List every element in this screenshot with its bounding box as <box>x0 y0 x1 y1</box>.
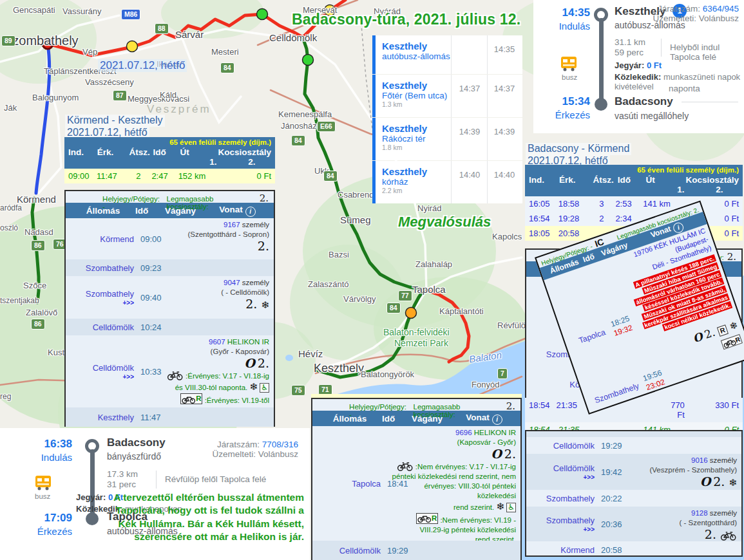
col-ido: Idő <box>382 414 412 424</box>
station-name: Celldömölk <box>553 441 595 451</box>
train-number-link[interactable]: 9128 <box>691 509 708 517</box>
col-erk: Érk. <box>559 175 589 185</box>
class-note-value: 2. <box>727 251 736 263</box>
operator-label: Üzemelteti: <box>653 14 696 23</box>
map-label-tapolca: Tapolca <box>412 284 446 295</box>
kk-summary-table: 65 éven felüli személy (díjm.) Ind. Érk.… <box>64 137 275 183</box>
train-route: (Győr - Kaposvár) <box>167 347 269 357</box>
train-number-link[interactable]: 9696 <box>455 429 472 436</box>
bike-validity-note: :Érvényes: V.17 - VI.18-ig <box>186 372 269 380</box>
departure-label: Indulás <box>539 21 590 32</box>
divider <box>682 102 738 102</box>
direction-note: Helyből indul Tapolca felé <box>670 42 744 62</box>
info-icon[interactable]: i <box>672 221 685 234</box>
col-ido: Idő <box>153 147 180 157</box>
info-icon[interactable]: i <box>245 207 256 217</box>
bus-icon <box>33 474 53 491</box>
runs-label: Közlekedik: <box>615 72 661 82</box>
air-conditioning-icon: ❄ <box>496 501 504 512</box>
cell-ut <box>634 400 671 420</box>
map-label-reg: reg <box>0 392 11 401</box>
road-badge-m86: M86 <box>121 9 140 20</box>
cell-ido: 2:47 <box>151 171 178 181</box>
bc-detail-header: Állomás Idő Vágány Vonati <box>312 411 520 426</box>
bk-summary-row-0[interactable]: 16:05 18:58 3 2:53 141 km 0 Ft <box>525 196 743 211</box>
map-label-vassurany: Vassurány <box>62 6 101 16</box>
stop-row-1[interactable]: Keszthely Főtér (Bem utca) 1.3 km 14:37 … <box>372 75 522 117</box>
stop-row-2[interactable]: Keszthely Rákóczi tér 1.8 km 14:39 14:39 <box>372 118 522 160</box>
train-class: 2. <box>258 239 269 253</box>
col-vonat: Vonati <box>453 413 515 425</box>
air-conditioning-icon: ❄ <box>249 381 258 393</box>
br-row-szombathely-dep: Szombathely +>> 20:36 9128 személy ( - S… <box>526 507 741 541</box>
map-label-vasszecseny: Vasszécseny <box>85 77 134 87</box>
line-number-link[interactable]: 7708/316 <box>262 440 298 449</box>
stop-row-0[interactable]: Keszthely autóbusz-állomás 14:35 <box>372 35 522 74</box>
cell-price2: 0 Ft <box>235 171 271 181</box>
map-label-tszentjakab: tszentjakab <box>0 296 39 305</box>
stop-row-3[interactable]: Keszthely kórház 2.2 km 14:40 14:40 <box>372 161 522 203</box>
kk-summary-row[interactable]: 09:00 11:47 2 2:47 152 km 0 Ft <box>64 169 275 183</box>
train-class: 2. <box>703 326 717 341</box>
line-number-label: Járatszám: <box>217 440 260 449</box>
class-note-value: 2. <box>506 400 515 412</box>
map-label-heviz: Hévíz <box>298 348 323 359</box>
transfer-marker: +>> <box>526 474 595 481</box>
info-icon[interactable]: i <box>492 415 502 425</box>
station-time: 11:47 <box>140 413 161 422</box>
to-station: Badacsony <box>615 95 673 108</box>
divider <box>487 35 488 74</box>
divider <box>487 161 488 203</box>
map-label-janoshaza: Jánosháza <box>281 121 321 131</box>
stop-time-sched: 14:37 <box>453 84 486 93</box>
train-type: személy <box>242 279 269 286</box>
train-number-link[interactable]: 9047 <box>224 279 240 286</box>
station-time: 19:42 <box>601 467 622 477</box>
map-label-szoce: Szőce <box>23 281 46 290</box>
wheelchair-icon: ♿ <box>260 383 269 393</box>
road-badge-84d: 84 <box>386 303 401 313</box>
operator-value: Volánbusz <box>699 14 739 23</box>
map-label-gencsapati: Gencsapáti <box>13 5 55 15</box>
col-allomas: Állomás <box>71 206 135 216</box>
cell-ind: 09:00 <box>68 171 97 181</box>
bc-detail-note: Helyjegy/Pótjegy: - Legmagasabb kocsiosz… <box>312 399 520 411</box>
annotation-megvalosulas: Megvalósulás <box>398 214 491 230</box>
station-time: 09:40 <box>140 293 162 303</box>
train-number-link[interactable]: 9016 <box>691 456 708 464</box>
train-route: (Veszprém - Szombathely) <box>650 465 738 475</box>
bk-extra-row-0[interactable]: 18:54 21:35 770 Ft 330 Ft <box>525 398 743 422</box>
transfer-marker: +>> <box>66 299 134 307</box>
kk-row-keszthely: Keszthely 11:47 <box>66 407 274 427</box>
col-ind: Ind. <box>68 147 97 157</box>
distance: 17.3 km <box>107 469 138 479</box>
map-label-veszprem-county: Veszprém <box>147 103 211 116</box>
kk-row-kormend: Körmend 09:00 9167 személy (Szentgotthár… <box>66 218 274 259</box>
line-meta: Járatszám: 7708/316 Üzemelteti: Volánbus… <box>212 440 298 459</box>
to-station-sub: autóbusz-állomás <box>107 526 178 536</box>
train-number-link[interactable]: 9167 <box>224 221 240 229</box>
station-name: Körmend <box>560 545 595 555</box>
bk-heading-route: Badacsony - Körmend <box>526 143 631 155</box>
operator-label: Üzemelteti: <box>212 449 256 459</box>
cell-price1 <box>216 171 235 181</box>
cell-ind: 16:05 <box>529 199 558 209</box>
stop-time-sched: 14:40 <box>453 170 486 180</box>
station-time: 20:36 <box>601 519 622 529</box>
discount-label: 65 éven felüli személy (díjm.) <box>529 166 739 174</box>
cell-atsz: 3 <box>588 199 616 209</box>
kk-row-celldomolk-dep: Celldömölk +>> 10:33 9607 HELIKON IR (Gy… <box>66 335 274 407</box>
duration: 31 perc <box>107 480 136 489</box>
transfer-marker: +>> <box>66 373 134 381</box>
train-route: ( - Szentgotthárd) <box>680 518 737 528</box>
lake-heviz <box>285 355 293 361</box>
line-number-link[interactable]: 6364/945 <box>703 4 739 14</box>
class-o-symbol: O <box>244 356 255 370</box>
marker-green-celldomolk-w <box>257 9 268 20</box>
departure-label: Indulás <box>21 452 72 463</box>
train-number-link[interactable]: 9607 <box>209 338 225 346</box>
runs-value-2: naponta <box>669 84 700 93</box>
kk-summary-header: 65 éven felüli személy (díjm.) Ind. Érk.… <box>64 137 275 169</box>
cell-ut: 152 km <box>178 171 216 181</box>
bicycle-reservation-icon: R <box>416 513 438 524</box>
